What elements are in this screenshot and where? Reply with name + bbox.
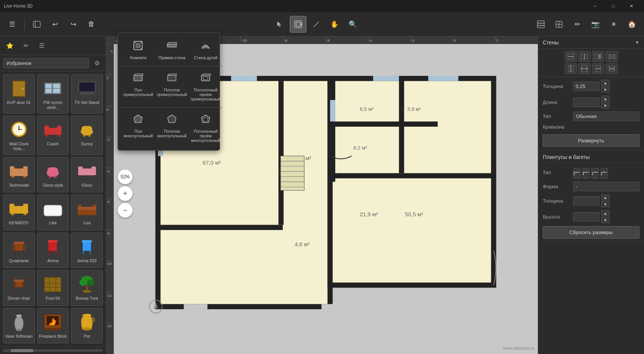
list-item[interactable]: Arena [37, 233, 69, 268]
tab-edit[interactable]: ✏ [19, 39, 33, 52]
draw-wall-tool[interactable] [290, 16, 306, 33]
zoom-in-button[interactable]: + [118, 186, 133, 201]
horizontal-scrollbar[interactable] [3, 349, 103, 352]
redo-button[interactable]: ↪ [65, 16, 82, 33]
svg-text:4: 4 [111, 49, 113, 53]
baseboard-height-down[interactable]: ▼ [601, 217, 609, 223]
svg-rect-43 [49, 176, 51, 178]
list-item[interactable]: FW symm wind... [37, 74, 69, 113]
length-up[interactable]: ▲ [601, 96, 609, 102]
item-label-kennedy: KENNEDY [9, 220, 29, 225]
left-panel-tabs: ⭐ ✏ ☰ [0, 36, 106, 55]
category-settings-button[interactable]: ⚙ [91, 57, 103, 69]
baseboard-type-3[interactable] [591, 168, 599, 179]
list-item[interactable]: Gloss [71, 157, 103, 192]
category-row: Избранное Мебель Двери Окна Растения ⚙ [0, 55, 106, 71]
align-middle-button[interactable] [578, 63, 591, 74]
menu-button[interactable]: ☰ [4, 16, 20, 33]
baseboard-thickness-up[interactable]: ▲ [601, 194, 609, 200]
baseboard-height-input[interactable] [573, 212, 600, 222]
length-input[interactable] [573, 98, 600, 107]
svg-text:-8: -8 [107, 231, 110, 235]
list-item[interactable]: Gloss style [37, 157, 69, 192]
item-icon-arena033 [75, 236, 98, 257]
distribute-button[interactable] [606, 63, 618, 74]
develop-button[interactable]: Развернуть [543, 134, 639, 147]
camera-button[interactable]: 📷 [587, 16, 604, 33]
list-item[interactable]: KENNEDY [3, 195, 35, 230]
thickness-up[interactable]: ▲ [601, 80, 609, 86]
right-panel-arrow[interactable]: ▼ [635, 40, 639, 45]
list-item[interactable]: Dinner chair [3, 270, 35, 305]
popup-item-poly-ceiling-hole[interactable]: Потолочный проём многоугольный [189, 110, 222, 146]
main-toolbar: ☰ ↩ ↪ 🗑 ✋ 🔍 ✏ 📷 ☀ 🏠 [0, 12, 644, 36]
tab-favorites[interactable]: ⭐ [3, 39, 17, 52]
popup-item-rect-ceiling-hole[interactable]: Потолочный проём прямоугольный [189, 69, 222, 105]
align-left-button[interactable] [565, 51, 577, 62]
pan-tool[interactable]: ✋ [326, 16, 343, 33]
minimize-button[interactable]: ─ [586, 0, 604, 12]
floors-button[interactable] [532, 16, 549, 33]
library-button[interactable] [28, 16, 45, 33]
category-select[interactable]: Избранное Мебель Двери Окна Растения [3, 58, 89, 68]
list-item[interactable]: Lilia [37, 195, 69, 230]
length-down[interactable]: ▼ [601, 102, 609, 109]
popup-item-rect-floor[interactable]: Пол прямоугольный [122, 69, 155, 105]
measure-tool[interactable] [308, 16, 325, 33]
zoom-out-button[interactable]: − [118, 203, 133, 218]
house-button[interactable]: 🏠 [624, 16, 640, 33]
thickness-down[interactable]: ▼ [601, 87, 609, 93]
list-item[interactable]: Fireplace Brick [37, 308, 69, 343]
list-item[interactable]: KUP door 01 [3, 74, 35, 113]
list-item[interactable]: TV Set Stand [71, 74, 103, 113]
list-item[interactable]: Puni 04 [37, 270, 69, 305]
baseboard-type-4[interactable] [600, 168, 608, 179]
reset-button[interactable]: Сбросить размеры [543, 226, 639, 239]
window-controls: ─ □ ✕ [586, 0, 640, 12]
undo-button[interactable]: ↩ [47, 16, 63, 33]
svg-rect-74 [14, 277, 16, 287]
select-tool[interactable] [272, 16, 288, 33]
item-icon-kup-door [8, 78, 30, 99]
list-item[interactable]: Arena 033 [71, 233, 103, 268]
walls-button[interactable] [551, 16, 567, 33]
popup-item-straight-wall[interactable]: Прямая стена [156, 36, 188, 64]
type-select[interactable]: Обычная Несущая Стеклянная [573, 112, 639, 121]
delete-button[interactable]: 🗑 [83, 16, 100, 33]
list-item[interactable]: Pot [71, 308, 103, 343]
svg-rect-188 [373, 76, 399, 81]
tab-list[interactable]: ☰ [35, 39, 49, 52]
list-item[interactable]: Lea [71, 195, 103, 230]
align-bottom-button[interactable] [592, 63, 604, 74]
popup-item-room[interactable]: Комната [122, 36, 155, 64]
list-item[interactable]: Quadrante [3, 233, 35, 268]
popup-item-rect-ceiling[interactable]: Потолок прямоугольный [156, 69, 188, 105]
popup-item-arc-wall[interactable]: Стена дугой [189, 36, 222, 64]
maximize-button[interactable]: □ [605, 0, 622, 12]
ruler-corner [106, 36, 114, 44]
popup-item-poly-ceiling[interactable]: Потолок многоугольный [156, 110, 188, 146]
thickness-input[interactable] [573, 82, 600, 91]
align-center-button[interactable] [578, 51, 591, 62]
list-item[interactable]: Wall Clock Yello... [3, 116, 35, 155]
list-item[interactable]: Bonsai Tree [71, 270, 103, 305]
item-label-bonsai: Bonsai Tree [76, 296, 98, 301]
baseboard-shape-select[interactable]: - [573, 182, 639, 191]
list-item[interactable]: Vase Teftonian [3, 308, 35, 343]
align-distribute-button[interactable] [606, 51, 618, 62]
list-item[interactable]: Techmodel [3, 157, 35, 192]
baseboard-type-2[interactable] [582, 168, 590, 179]
align-right-button[interactable] [592, 51, 604, 62]
popup-item-poly-floor[interactable]: Пол многоугольный [122, 110, 155, 146]
sun-button[interactable]: ☀ [605, 16, 622, 33]
pencil-button[interactable]: ✏ [569, 16, 586, 33]
baseboard-thickness-input[interactable] [573, 196, 600, 206]
align-top-button[interactable] [565, 63, 577, 74]
search-tool[interactable]: 🔍 [344, 16, 361, 33]
baseboard-thickness-down[interactable]: ▼ [601, 201, 609, 207]
list-item[interactable]: Coach [37, 116, 69, 155]
list-item[interactable]: Sunny [71, 116, 103, 155]
close-button[interactable]: ✕ [623, 0, 640, 12]
baseboard-type-1[interactable] [573, 168, 581, 179]
baseboard-height-up[interactable]: ▲ [601, 210, 609, 216]
